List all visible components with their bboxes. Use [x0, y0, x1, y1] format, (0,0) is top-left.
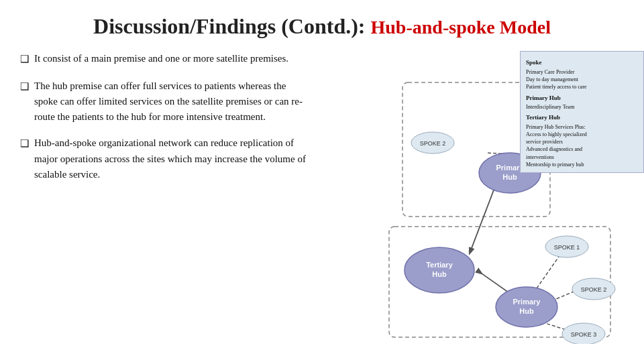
svg-text:Hub: Hub — [502, 173, 517, 181]
title-main: Discussion/Findings (Contd.): Hub-and-sp… — [93, 14, 551, 38]
diagram-column: Spoke Primary Care Provider Day to day m… — [315, 51, 644, 349]
svg-text:Hub: Hub — [432, 270, 447, 278]
bullet-item-2: ❑ The hub premise can offer full service… — [20, 78, 309, 125]
bullet-item-1: ❑ It consist of a main premise and one o… — [20, 51, 309, 67]
legend-tertiary-hub-line6: Mentorship to primary hub — [526, 161, 638, 168]
legend-primary-hub-title: Primary Hub — [526, 94, 638, 103]
legend-tertiary-hub-line4: Advanced diagnostics and — [526, 145, 638, 153]
legend-box: Spoke Primary Care Provider Day to day m… — [520, 51, 644, 173]
title-part2: Hub-and-spoke Model — [371, 17, 551, 38]
bullet-text-1: It consist of a main premise and one or … — [34, 51, 309, 66]
legend-tertiary-hub-line3: service providers — [526, 138, 638, 145]
legend-spoke-title: Spoke — [526, 58, 638, 67]
bullet-text-2: The hub premise can offer full services … — [34, 78, 309, 125]
content-area: ❑ It consist of a main premise and one o… — [20, 51, 624, 349]
bullet-marker-1: ❑ — [20, 52, 29, 67]
legend-tertiary-hub-line1: Primary Hub Services Plus: — [526, 123, 638, 131]
legend-spoke-line2: Day to day management — [526, 76, 638, 83]
legend-primary-hub-line1: Interdisciplinary Team — [526, 103, 638, 111]
slide: Discussion/Findings (Contd.): Hub-and-sp… — [0, 0, 644, 362]
legend-primary-hub: Primary Hub Interdisciplinary Team — [526, 94, 638, 111]
text-column: ❑ It consist of a main premise and one o… — [20, 51, 309, 349]
svg-text:Tertiary: Tertiary — [426, 261, 453, 269]
bullet-item-3: ❑ Hub-and-spoke organizational network c… — [20, 135, 309, 182]
svg-text:SPOKE 3: SPOKE 3 — [571, 331, 597, 338]
legend-tertiary-hub-line2: Access to highly specialized — [526, 131, 638, 138]
title-part1: Discussion/Findings (Contd.): — [93, 14, 365, 38]
svg-line-6 — [470, 183, 496, 253]
svg-text:SPOKE 1: SPOKE 1 — [554, 244, 580, 251]
legend-spoke-line1: Primary Care Provider — [526, 68, 638, 76]
legend-spoke: Spoke Primary Care Provider Day to day m… — [526, 58, 638, 90]
svg-text:SPOKE 2: SPOKE 2 — [581, 286, 607, 293]
legend-tertiary-hub: Tertiary Hub Primary Hub Services Plus: … — [526, 113, 638, 168]
bullet-text-3: Hub-and-spoke organizational network can… — [34, 135, 309, 182]
bullet-marker-3: ❑ — [20, 136, 29, 152]
svg-text:Primary: Primary — [513, 298, 541, 306]
svg-text:SPOKE 2: SPOKE 2 — [420, 140, 446, 147]
bullet-marker-2: ❑ — [20, 79, 29, 95]
legend-tertiary-hub-line5: interventions — [526, 154, 638, 161]
legend-spoke-line3: Patient timely access to care — [526, 83, 638, 90]
legend-tertiary-hub-title: Tertiary Hub — [526, 113, 638, 122]
svg-text:Hub: Hub — [519, 307, 534, 315]
title-block: Discussion/Findings (Contd.): Hub-and-sp… — [20, 13, 624, 39]
